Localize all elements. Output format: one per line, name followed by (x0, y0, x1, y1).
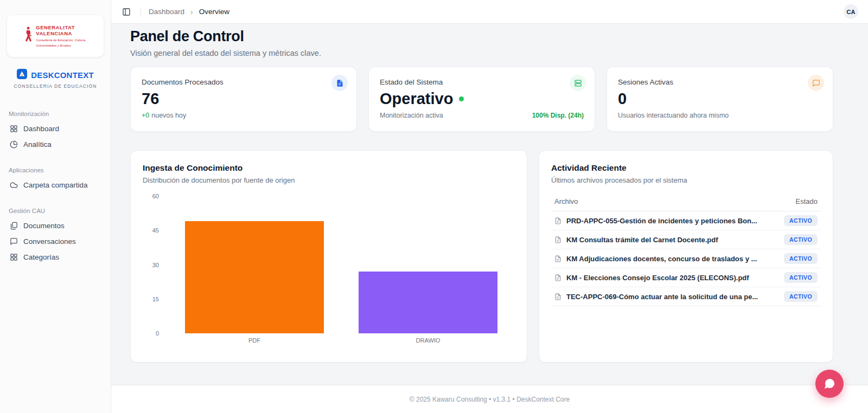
file-name: PRD-APPC-055-Gestión de incidentes y pet… (566, 217, 779, 225)
footer: © 2025 Kawaru Consulting • v1.3.1 • Desk… (111, 385, 868, 413)
stat-card-estado-sistema: Estado del Sistema Operativo Monitorizac… (368, 67, 595, 132)
sidebar-item-label: Conversaciones (23, 237, 76, 246)
sidebar-item-label: Dashboard (23, 125, 59, 133)
chat-bubble-icon (823, 377, 836, 390)
column-archivo: Archivo (554, 197, 578, 205)
page-title: Panel de Control (130, 28, 833, 45)
stat-footnote: +0nuevos hoy (142, 112, 186, 119)
sidebar-item-documentos[interactable]: Documentos (7, 218, 104, 234)
sidebar: GENERALITAT VALENCIANA Conselleria de Ed… (0, 0, 111, 413)
layout-grid-icon (10, 125, 18, 133)
status-badge: ACTIVO (784, 272, 818, 283)
bar-drawio (359, 272, 497, 333)
column-estado: Estado (796, 197, 818, 205)
cloud-icon (10, 181, 18, 189)
sidebar-nav: Monitorización Dashboard Analítica Aplic… (0, 111, 111, 265)
activity-title: Actividad Reciente (551, 163, 821, 173)
y-tick: 45 (152, 227, 159, 234)
stat-footnote: Usuarios interactuando ahora mismo (618, 112, 729, 119)
activity-subtitle: Últimos archivos procesados por el siste… (551, 176, 821, 184)
gva-subtitle-line1: Conselleria de Educación, Cultura, (36, 38, 86, 42)
stat-title: Sesiones Activas (618, 78, 822, 86)
breadcrumb-overview: Overview (199, 8, 229, 16)
panel-left-icon (122, 8, 131, 16)
sidebar-item-label: Carpeta compartida (23, 181, 88, 189)
layout-grid-icon (10, 253, 18, 261)
x-tick-pdf: PDF (168, 337, 341, 344)
table-row[interactable]: TEC-APPC-069-Cómo actuar ante la solicit… (551, 287, 821, 306)
stat-footnote: Monitorización activa (380, 112, 443, 119)
main-panel: Panel de Control Visión general del esta… (111, 24, 868, 385)
status-badge: ACTIVO (784, 291, 818, 302)
breadcrumb-chevron-icon: › (190, 8, 193, 16)
table-row[interactable]: PRD-APPC-055-Gestión de incidentes y pet… (551, 211, 821, 230)
y-tick: 15 (152, 296, 159, 302)
chart-title: Ingesta de Conocimiento (143, 163, 515, 173)
stat-value: 0 (618, 91, 822, 108)
file-icon (554, 217, 561, 224)
chart-subtitle: Distribución de documentos por fuente de… (143, 176, 515, 184)
footer-text: © 2025 Kawaru Consulting • v1.3.1 • Desk… (410, 396, 570, 403)
pie-chart-icon (10, 140, 18, 149)
stat-value: 76 (142, 91, 346, 108)
chart-card-ingesta: Ingesta de Conocimiento Distribución de … (130, 150, 527, 363)
stat-card-sesiones-activas: Sesiones Activas 0 Usuarios interactuand… (607, 67, 833, 132)
copy-pages-icon (10, 222, 18, 230)
status-badge: ACTIVO (784, 234, 818, 245)
file-icon (554, 293, 561, 300)
file-name: KM - Elecciones Consejo Escolar 2025 (EL… (566, 274, 779, 282)
activity-table-header: Archivo Estado (551, 192, 821, 211)
file-icon (554, 236, 561, 243)
stat-delta: +0 (142, 112, 149, 119)
breadcrumb-dashboard[interactable]: Dashboard (149, 8, 184, 16)
sidebar-toggle-button[interactable] (120, 5, 133, 18)
chart-x-axis: PDF DRAWIO (168, 337, 515, 344)
table-row[interactable]: KM Adjudicaciones docentes, concurso de … (551, 249, 821, 268)
bar-pdf (185, 221, 324, 333)
sidebar-item-conversaciones[interactable]: Conversaciones (7, 234, 104, 249)
y-tick: 60 (152, 193, 159, 199)
user-avatar[interactable]: CA (844, 4, 858, 19)
gva-emblem-icon (24, 27, 33, 46)
deskcontext-logo-icon (17, 69, 27, 81)
sidebar-item-carpeta-compartida[interactable]: Carpeta compartida (7, 177, 104, 193)
status-dot (459, 96, 464, 101)
y-tick: 0 (156, 330, 159, 337)
topbar: Dashboard › Overview CA (111, 0, 868, 24)
gva-title-line2: VALENCIANA (36, 30, 86, 36)
content-column: Dashboard › Overview CA Panel de Control… (111, 0, 868, 413)
stat-title: Documentos Procesados (142, 78, 346, 86)
nav-section-gestion-cau: Gestión CAU (9, 208, 102, 214)
sidebar-item-categorias[interactable]: Categorías (7, 249, 104, 265)
gva-logo-card: GENERALITAT VALENCIANA Conselleria de Ed… (7, 15, 104, 57)
chat-fab-button[interactable] (815, 370, 844, 398)
sidebar-item-analitica[interactable]: Analítica (7, 137, 104, 152)
panels-row: Ingesta de Conocimiento Distribución de … (130, 150, 833, 363)
activity-card: Actividad Reciente Últimos archivos proc… (539, 150, 833, 363)
brand-name: DESKCONTEXT (31, 70, 94, 80)
page-subtitle: Visión general del estado del sistema y … (130, 49, 833, 57)
uptime-badge: 100% Disp. (24h) (532, 112, 584, 119)
message-square-icon (10, 237, 18, 246)
file-icon (554, 274, 561, 281)
chat-bubble-icon (808, 75, 824, 91)
file-name: KM Adjudicaciones docentes, concurso de … (566, 255, 779, 263)
file-name: KM Consultas trámite del Carnet Docente.… (566, 236, 779, 244)
stat-value: Operativo (380, 91, 584, 108)
nav-section-aplicaciones: Aplicaciones (9, 167, 102, 173)
file-icon (554, 255, 561, 262)
topbar-separator (141, 8, 141, 16)
stat-title: Estado del Sistema (380, 78, 584, 86)
brand-subtitle: CONSELLERIA DE EDUCACIÓN (0, 83, 111, 89)
status-badge: ACTIVO (784, 215, 818, 226)
table-row[interactable]: KM Consultas trámite del Carnet Docente.… (551, 230, 821, 249)
document-icon (331, 75, 348, 91)
x-tick-drawio: DRAWIO (341, 337, 515, 344)
chart-y-axis: 60 45 30 15 0 (143, 196, 168, 333)
bar-chart: 60 45 30 15 0 PDF DRAWIO (143, 196, 515, 344)
table-row[interactable]: KM - Elecciones Consejo Escolar 2025 (EL… (551, 268, 821, 287)
sidebar-item-label: Analítica (23, 140, 52, 149)
sidebar-item-label: Documentos (23, 222, 65, 230)
status-badge: ACTIVO (784, 253, 818, 264)
sidebar-item-dashboard[interactable]: Dashboard (7, 121, 104, 137)
